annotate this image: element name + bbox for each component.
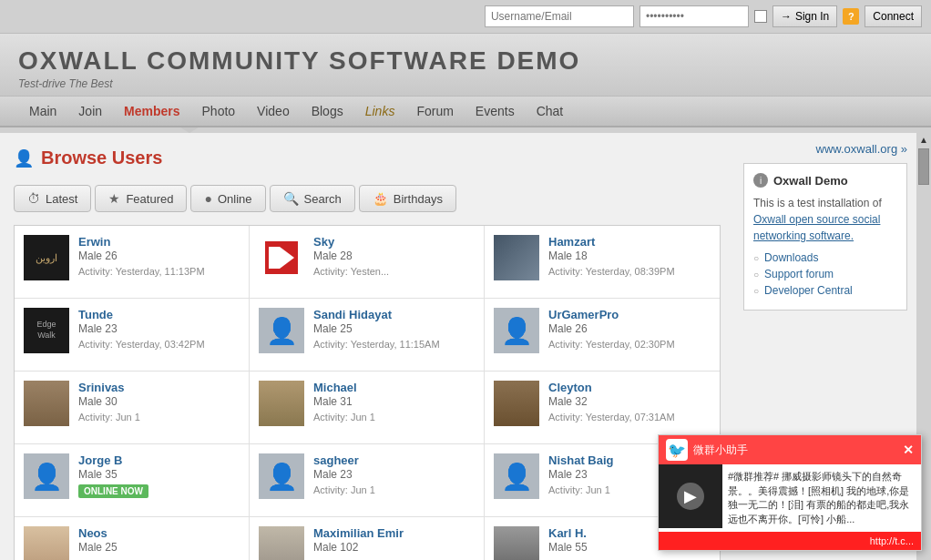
user-activity: Activity: Yesterday, 08:39PM (548, 266, 711, 277)
user-activity: Activity: Jun 1 (78, 412, 240, 423)
user-grid: اروين Erwin Male 26 Activity: Yesterday,… (14, 225, 721, 560)
avatar (259, 381, 304, 426)
user-meta: Male 25 (313, 322, 475, 335)
help-button[interactable]: ? (843, 8, 859, 25)
user-name[interactable]: Neos (78, 526, 107, 540)
scroll-up-button[interactable]: ▲ (917, 133, 930, 147)
popup-footer-link[interactable]: http://t.c... (870, 535, 914, 546)
signin-icon: → (781, 10, 792, 23)
tab-search[interactable]: 🔍 Search (270, 185, 355, 212)
sidebar-box-header: i Oxwall Demo (753, 173, 897, 188)
user-name[interactable]: Jorge B (78, 453, 122, 467)
user-name[interactable]: Michael (313, 381, 357, 394)
user-activity: Activity: Jun 1 (313, 412, 475, 423)
popup-video-area[interactable]: ▶ (659, 464, 722, 528)
sidebar-link-item: Developer Central (753, 284, 897, 297)
user-activity: Activity: Yesterday, 11:15AM (313, 339, 475, 350)
user-activity: Activity: Yesterday, 07:31AM (548, 412, 711, 423)
navigation: Main Join Members Photo Video Blogs Link… (0, 97, 931, 127)
signin-button[interactable]: → Sign In (772, 5, 837, 27)
oxwall-software-link[interactable]: Oxwall open source social networking sof… (753, 213, 880, 242)
info-icon: i (753, 173, 768, 188)
downloads-link[interactable]: Downloads (764, 251, 818, 264)
user-name[interactable]: Srinivas (78, 381, 125, 394)
user-name[interactable]: Karl H. (548, 526, 587, 540)
avatar (494, 526, 539, 560)
user-meta: Male 30 (78, 395, 240, 408)
nav-blogs[interactable]: Blogs (301, 97, 354, 126)
tab-online[interactable]: ● Online (190, 185, 265, 212)
user-name[interactable]: UrGamerPro (548, 308, 619, 321)
avatar (259, 526, 304, 560)
user-icon: 👤 (14, 148, 34, 168)
user-card: Hamzart Male 18 Activity: Yesterday, 08:… (485, 226, 720, 299)
user-card: Sky Male 28 Activity: Yesten... (250, 226, 485, 299)
tab-latest[interactable]: ⏱ Latest (14, 185, 91, 212)
user-meta: Male 18 (548, 249, 711, 262)
popup-text: #微群推荐# 挪威摄影师镜头下的自然奇景。。美得震撼！[照相机] 我的地球,你是… (722, 464, 921, 532)
sidebar-links: Downloads Support forum Developer Centra… (753, 251, 897, 297)
user-activity: Activity: Yesterday, 11:13PM (78, 266, 240, 277)
popup-brand-icon: 🐦 (666, 439, 688, 461)
user-card: EdgeWalk Tunde Male 23 Activity: Yesterd… (15, 299, 250, 372)
site-subtitle: Test-drive The Best (18, 77, 913, 90)
nav-chat[interactable]: Chat (526, 97, 575, 126)
nav-join[interactable]: Join (67, 97, 113, 126)
user-activity: Activity: Jun 1 (313, 484, 475, 495)
nav-members[interactable]: Members (113, 97, 190, 126)
user-name[interactable]: Sky (313, 235, 334, 249)
remember-checkbox[interactable] (754, 10, 767, 23)
nav-photo[interactable]: Photo (191, 97, 247, 126)
content-area: 👤 Browse Users ⏱ Latest ★ Featured ● Onl… (0, 133, 734, 560)
user-name[interactable]: Nishat Baig (548, 453, 614, 467)
popup-header: 🐦 微群小助手 ✕ (659, 435, 921, 464)
tab-featured[interactable]: ★ Featured (95, 185, 187, 212)
play-button[interactable]: ▶ (677, 483, 704, 510)
user-card: 👤 Jorge B Male 35 ONLINE NOW (15, 444, 250, 517)
header: OXWALL COMMUNITY SOFTWARE DEMO Test-driv… (0, 34, 931, 97)
scroll-thumb[interactable] (918, 148, 929, 185)
username-input[interactable] (485, 5, 634, 27)
sidebar-box-text: This is a test installation of Oxwall op… (753, 195, 897, 244)
nav-main[interactable]: Main (18, 97, 67, 126)
tab-birthdays[interactable]: 🎂 Birthdays (359, 185, 456, 212)
popup-overlay: 🐦 微群小助手 ✕ ▶ #微群推荐# 挪威摄影师镜头下的自然奇景。。美得震撼！[… (658, 434, 922, 551)
avatar: 👤 (259, 308, 304, 353)
user-activity: Activity: Yesten... (313, 266, 475, 277)
user-name[interactable]: Erwin (78, 235, 110, 249)
support-link[interactable]: Support forum (764, 268, 834, 280)
user-name[interactable]: Hamzart (548, 235, 595, 249)
avatar: اروين (24, 235, 69, 280)
user-meta: Male 35 (78, 468, 240, 481)
nav-events[interactable]: Events (465, 97, 526, 126)
connect-button[interactable]: Connect (864, 5, 922, 27)
avatar: 👤 (24, 453, 69, 499)
user-name[interactable]: Cleyton (548, 381, 592, 394)
user-card: 👤 Sandi Hidayat Male 25 Activity: Yester… (250, 299, 485, 372)
password-input[interactable] (639, 5, 749, 27)
top-bar: → Sign In ? Connect (0, 0, 931, 34)
nav-links[interactable]: Links (354, 97, 406, 126)
nav-video[interactable]: Video (246, 97, 301, 126)
popup-title: 微群小助手 (693, 443, 748, 458)
clock-icon: ⏱ (27, 191, 40, 206)
user-name[interactable]: Tunde (78, 308, 113, 321)
user-meta: Male 31 (313, 395, 475, 408)
popup-close-button[interactable]: ✕ (903, 443, 914, 457)
developer-link[interactable]: Developer Central (764, 284, 853, 297)
svg-rect-1 (269, 247, 280, 269)
user-name[interactable]: sagheer (313, 453, 359, 467)
user-name[interactable]: Sandi Hidayat (313, 308, 392, 321)
user-name[interactable]: Maximilian Emir (313, 526, 404, 540)
user-meta: Male 25 (78, 541, 240, 554)
nav-forum[interactable]: Forum (405, 97, 464, 126)
page-title-wrap: 👤 Browse Users (14, 142, 721, 174)
popup-footer: http://t.c... (659, 532, 921, 550)
avatar (24, 381, 69, 426)
sidebar-box-title: Oxwall Demo (773, 174, 848, 188)
oxwall-link-anchor[interactable]: www.oxwall.org » (816, 142, 907, 156)
user-meta: Male 23 (78, 322, 240, 335)
user-card: اروين Erwin Male 26 Activity: Yesterday,… (15, 226, 250, 299)
user-card: Neos Male 25 (15, 517, 250, 560)
online-badge: ONLINE NOW (78, 484, 148, 498)
